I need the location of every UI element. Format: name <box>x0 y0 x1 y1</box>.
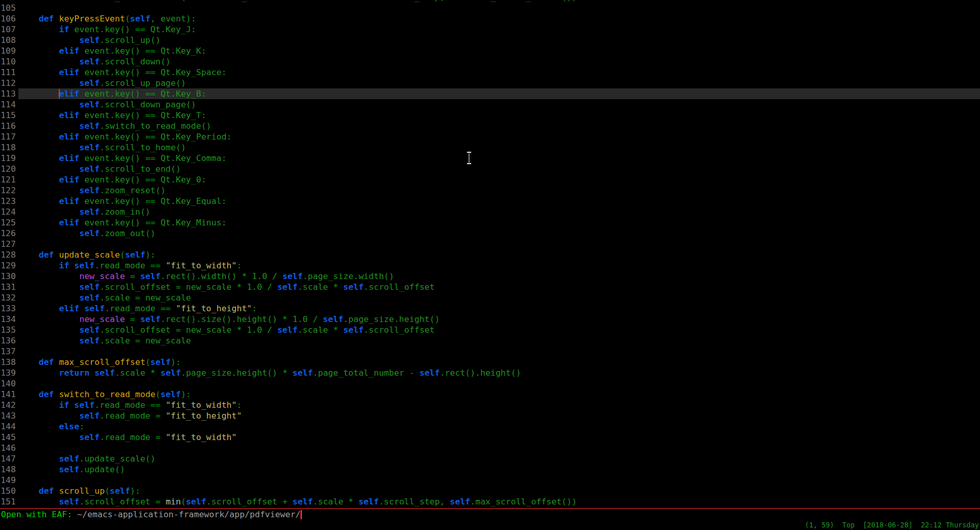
code-line[interactable]: 150 def scroll_up(self): <box>0 486 980 496</box>
code-line[interactable]: 134 new_scale = self.rect().size().heigh… <box>0 314 980 325</box>
line-number: 125 <box>0 217 16 228</box>
code-text: def scroll_up(self): <box>18 486 980 496</box>
code-text: if self.read_mode == "fit_to_width": <box>18 400 980 410</box>
code-line[interactable]: 106 def keyPressEvent(self, event): <box>0 13 980 24</box>
code-text: self.scroll_to_home() <box>18 142 980 153</box>
code-line[interactable]: 133 elif self.read_mode == "fit_to_heigh… <box>0 303 980 314</box>
code-line[interactable]: 115 elif event.key() == Qt.Key_T: <box>0 110 980 121</box>
line-number: 146 <box>0 443 16 453</box>
code-line[interactable]: 129 if self.read_mode == "fit_to_width": <box>0 260 980 271</box>
line-number: 141 <box>0 389 16 400</box>
code-text: self.scroll_down() <box>18 56 980 67</box>
line-number: 128 <box>0 249 16 260</box>
code-line[interactable]: 116 self.switch_to_read_mode() <box>0 121 980 131</box>
code-text <box>18 346 980 357</box>
minibuffer[interactable]: Open with EAF: ~/emacs-application-frame… <box>0 509 980 520</box>
line-number: 127 <box>0 239 16 249</box>
code-line[interactable]: 137 <box>0 346 980 357</box>
code-text: def keyPressEvent(self, event): <box>18 13 980 24</box>
code-line[interactable]: 131 self.scroll_offset = new_scale * 1.0… <box>0 282 980 292</box>
code-text <box>18 3 980 13</box>
code-buffer-lines: self.scroll_offset = min(self.scroll_off… <box>0 0 980 507</box>
code-line[interactable]: 135 self.scroll_offset = new_scale * 1.0… <box>0 325 980 335</box>
code-line[interactable]: 128 def update_scale(self): <box>0 249 980 260</box>
code-line[interactable]: 109 elif event.key() == Qt.Key_K: <box>0 45 980 56</box>
code-text: elif event.key() == Qt.Key_T: <box>18 110 980 121</box>
code-line[interactable]: 148 self.update() <box>0 464 980 475</box>
line-number: 123 <box>0 196 16 206</box>
code-text: self.scale = new_scale <box>18 292 980 303</box>
code-line[interactable]: 138 def max_scroll_offset(self): <box>0 357 980 367</box>
code-line[interactable]: 146 <box>0 443 980 453</box>
code-text: else: <box>18 421 980 432</box>
line-number: 136 <box>0 335 16 346</box>
line-number: 150 <box>0 486 16 496</box>
code-text <box>18 239 980 249</box>
code-line[interactable]: 144 else: <box>0 421 980 432</box>
code-line[interactable]: 110 self.scroll_down() <box>0 56 980 67</box>
code-line[interactable]: 114 self.scroll_down_page() <box>0 99 980 110</box>
line-number: 109 <box>0 45 16 56</box>
code-line[interactable]: 141 def switch_to_read_mode(self): <box>0 389 980 400</box>
code-line[interactable]: 130 new_scale = self.rect().width() * 1.… <box>0 271 980 282</box>
code-text: elif event.key() == Qt.Key_Space: <box>18 67 980 78</box>
code-text: elif event.key() == Qt.Key_Equal: <box>18 196 980 206</box>
line-number: 149 <box>0 475 16 486</box>
code-text: self.zoom_in() <box>18 206 980 217</box>
code-line[interactable]: 143 self.read_mode = "fit_to_height" <box>0 410 980 421</box>
code-text: if event.key() == Qt.Key_J: <box>18 24 980 35</box>
code-line[interactable]: 139 return self.scale * self.page_size.h… <box>0 367 980 378</box>
code-line[interactable]: 113 elif event.key() == Qt.Key_B: <box>0 88 980 99</box>
code-line[interactable]: 119 elif event.key() == Qt.Key_Comma: <box>0 153 980 164</box>
tray-cursor-position: (1, 59) <box>805 520 834 530</box>
code-line[interactable]: 118 self.scroll_to_home() <box>0 142 980 153</box>
code-text: elif self.read_mode == "fit_to_height": <box>18 303 980 314</box>
line-number: 115 <box>0 110 16 121</box>
code-text: def max_scroll_offset(self): <box>18 357 980 367</box>
text-cursor-active <box>300 510 302 519</box>
line-number: 138 <box>0 357 16 367</box>
code-line[interactable]: 142 if self.read_mode == "fit_to_width": <box>0 400 980 410</box>
code-buffer[interactable]: self.scroll_offset = min(self.scroll_off… <box>0 0 980 508</box>
code-line[interactable]: 105 <box>0 3 980 13</box>
minibuffer-input[interactable]: ~/emacs-application-framework/app/pdfvie… <box>77 510 300 519</box>
code-line[interactable]: 140 <box>0 378 980 389</box>
echo-area: Open with EAF: ~/emacs-application-frame… <box>0 508 980 530</box>
line-number: 130 <box>0 271 16 282</box>
code-line[interactable]: 147 self.update_scale() <box>0 453 980 464</box>
status-tray: (1, 59) Top [2018-06-28] 22:12 Thursday <box>0 520 980 530</box>
line-number: 134 <box>0 314 16 325</box>
line-number: 126 <box>0 228 16 239</box>
code-line[interactable]: 136 self.scale = new_scale <box>0 335 980 346</box>
code-line[interactable]: 111 elif event.key() == Qt.Key_Space: <box>0 67 980 78</box>
tray-date: [2018-06-28] <box>863 520 913 530</box>
code-line[interactable]: 121 elif event.key() == Qt.Key_0: <box>0 174 980 185</box>
emacs-frame: self.scroll_offset = min(self.scroll_off… <box>0 0 980 530</box>
line-number: 107 <box>0 24 16 35</box>
code-line[interactable]: 132 self.scale = new_scale <box>0 292 980 303</box>
code-text <box>18 443 980 453</box>
line-number: 111 <box>0 67 16 78</box>
code-line[interactable]: 151 self.scroll_offset = min(self.scroll… <box>0 496 980 507</box>
line-number: 105 <box>0 3 16 13</box>
code-line[interactable]: 117 elif event.key() == Qt.Key_Period: <box>0 131 980 142</box>
code-line[interactable]: 124 self.zoom_in() <box>0 206 980 217</box>
line-number: 148 <box>0 464 16 475</box>
code-line[interactable]: 108 self.scroll_up() <box>0 35 980 45</box>
line-number: 144 <box>0 421 16 432</box>
code-text: elif event.key() == Qt.Key_Comma: <box>18 153 980 164</box>
code-line[interactable]: 127 <box>0 239 980 249</box>
code-line[interactable]: 112 self.scroll_up_page() <box>0 78 980 88</box>
line-number: 118 <box>0 142 16 153</box>
code-line[interactable]: 122 self.zoom_reset() <box>0 185 980 196</box>
code-line[interactable]: 123 elif event.key() == Qt.Key_Equal: <box>0 196 980 206</box>
code-text: self.update() <box>18 464 980 475</box>
code-text: self.scroll_up() <box>18 35 980 45</box>
code-line[interactable]: 149 <box>0 475 980 486</box>
code-line[interactable]: 126 self.zoom_out() <box>0 228 980 239</box>
code-line[interactable]: 107 if event.key() == Qt.Key_J: <box>0 24 980 35</box>
code-line[interactable]: 145 self.read_mode = "fit_to_width" <box>0 432 980 443</box>
line-number: 106 <box>0 13 16 24</box>
code-line[interactable]: 125 elif event.key() == Qt.Key_Minus: <box>0 217 980 228</box>
code-line[interactable]: 120 self.scroll_to_end() <box>0 164 980 174</box>
